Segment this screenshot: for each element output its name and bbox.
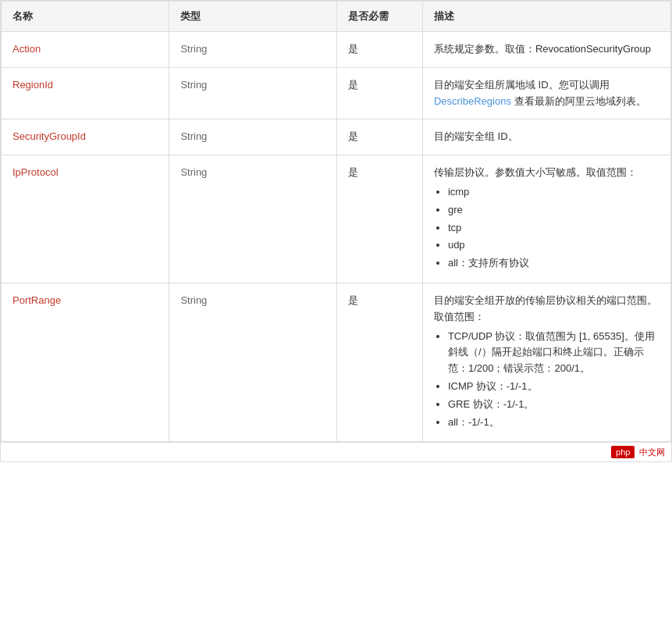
list-item: tcp bbox=[448, 220, 660, 237]
param-link[interactable]: IpProtocol bbox=[12, 166, 59, 178]
footer-badge: php 中文网 bbox=[1, 442, 671, 461]
php-badge: php bbox=[611, 446, 635, 458]
desc-list: icmpgretcpudpall：支持所有协议 bbox=[434, 184, 660, 272]
list-item: all：支持所有协议 bbox=[448, 255, 660, 272]
cell-type: String bbox=[169, 32, 337, 68]
cell-name: SecurityGroupId bbox=[2, 119, 169, 155]
cell-type: String bbox=[169, 67, 337, 119]
list-item: udp bbox=[448, 237, 660, 254]
cell-description: 目的端安全组 ID。 bbox=[422, 119, 670, 155]
cell-description: 目的端安全组所属地域 ID。您可以调用DescribeRegions 查看最新的… bbox=[422, 67, 670, 119]
cell-required: 是 bbox=[337, 155, 423, 283]
list-item: TCP/UDP 协议：取值范围为 [1, 65535]。使用斜线（/）隔开起始端… bbox=[448, 329, 660, 377]
cell-type: String bbox=[169, 155, 337, 283]
desc-link[interactable]: DescribeRegions bbox=[434, 95, 511, 107]
table-row: PortRangeString是目的端安全组开放的传输层协议相关的端口范围。取值… bbox=[2, 283, 671, 441]
header-type: 类型 bbox=[169, 2, 337, 32]
cell-type: String bbox=[169, 283, 337, 441]
cell-name: IpProtocol bbox=[2, 155, 169, 283]
cell-name: RegionId bbox=[2, 67, 169, 119]
cell-required: 是 bbox=[337, 32, 423, 68]
list-item: GRE 协议：-1/-1。 bbox=[448, 397, 660, 413]
table-header-row: 名称 类型 是否必需 描述 bbox=[2, 2, 671, 32]
list-item: ICMP 协议：-1/-1。 bbox=[448, 379, 660, 395]
cell-required: 是 bbox=[337, 119, 423, 155]
param-link[interactable]: PortRange bbox=[12, 294, 61, 306]
desc-intro: 目的端安全组开放的传输层协议相关的端口范围。取值范围： bbox=[434, 294, 657, 322]
header-required: 是否必需 bbox=[337, 2, 423, 32]
header-name: 名称 bbox=[2, 2, 169, 32]
cell-description: 目的端安全组开放的传输层协议相关的端口范围。取值范围：TCP/UDP 协议：取值… bbox=[422, 283, 670, 441]
cell-description: 系统规定参数。取值：RevocationSecurityGroup bbox=[422, 32, 670, 68]
param-name: Action bbox=[12, 43, 41, 55]
table-row: ActionString是系统规定参数。取值：RevocationSecurit… bbox=[2, 32, 671, 68]
cell-name: Action bbox=[2, 32, 169, 68]
desc-intro: 传输层协议。参数值大小写敏感。取值范围： bbox=[434, 166, 637, 178]
list-item: all：-1/-1。 bbox=[448, 415, 660, 431]
table-row: RegionIdString是目的端安全组所属地域 ID。您可以调用Descri… bbox=[2, 67, 671, 119]
table-row: SecurityGroupIdString是目的端安全组 ID。 bbox=[2, 119, 671, 155]
header-desc: 描述 bbox=[422, 2, 670, 32]
list-item: icmp bbox=[448, 184, 660, 201]
cell-name: PortRange bbox=[2, 283, 169, 441]
cell-type: String bbox=[169, 119, 337, 155]
site-label: 中文网 bbox=[639, 447, 665, 457]
cell-required: 是 bbox=[337, 67, 423, 119]
cell-required: 是 bbox=[337, 283, 423, 441]
param-link[interactable]: SecurityGroupId bbox=[12, 130, 86, 142]
param-link[interactable]: RegionId bbox=[12, 79, 53, 91]
cell-description: 传输层协议。参数值大小写敏感。取值范围：icmpgretcpudpall：支持所… bbox=[422, 155, 670, 283]
desc-list: TCP/UDP 协议：取值范围为 [1, 65535]。使用斜线（/）隔开起始端… bbox=[434, 329, 660, 431]
api-params-table: 名称 类型 是否必需 描述 ActionString是系统规定参数。取值：Rev… bbox=[0, 0, 672, 462]
list-item: gre bbox=[448, 202, 660, 219]
table-row: IpProtocolString是传输层协议。参数值大小写敏感。取值范围：icm… bbox=[2, 155, 671, 283]
